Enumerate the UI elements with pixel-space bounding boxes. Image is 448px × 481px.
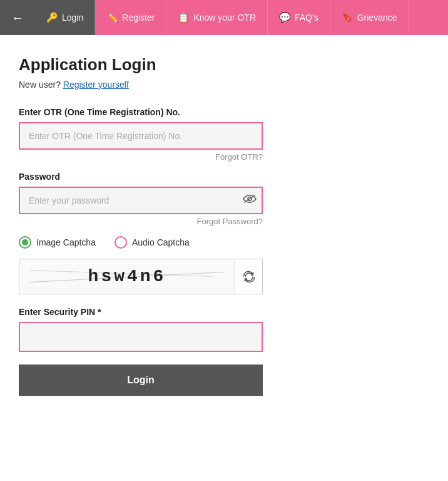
nav-item-know-otr[interactable]: 📋 Know your OTR	[166, 0, 268, 35]
faqs-icon: 💬	[279, 12, 291, 23]
page-title: Application Login	[19, 55, 282, 75]
register-icon: ✏️	[106, 12, 118, 23]
login-icon: 🔑	[46, 12, 58, 23]
captcha-refresh-button[interactable]	[235, 259, 262, 294]
audio-captcha-label: Audio Captcha	[132, 237, 190, 247]
register-link[interactable]: Register yourself	[63, 80, 129, 90]
security-pin-label: Enter Security PIN *	[19, 307, 282, 317]
image-captcha-option[interactable]: Image Captcha	[19, 236, 96, 249]
nav-item-faqs[interactable]: 💬 FAQ's	[268, 0, 330, 35]
new-user-prompt: New user? Register yourself	[19, 80, 282, 90]
toggle-password-icon[interactable]	[243, 194, 257, 207]
otr-input[interactable]	[19, 122, 263, 150]
otr-label: Enter OTR (One Time Registration) No.	[19, 107, 282, 117]
back-button[interactable]: ←	[0, 0, 35, 35]
nav-label-register: Register	[122, 13, 155, 23]
audio-captcha-radio[interactable]	[115, 236, 127, 249]
login-button[interactable]: Login	[19, 365, 263, 396]
nav-item-grievance[interactable]: 🔖 Grievance	[330, 0, 409, 35]
forgot-password-link[interactable]: Forgot Password?	[19, 217, 263, 226]
captcha-image: hsw4n6	[19, 259, 235, 294]
captcha-box: hsw4n6	[19, 259, 263, 294]
captcha-text: hsw4n6	[88, 267, 166, 286]
password-input-wrapper	[19, 187, 263, 214]
back-icon: ←	[11, 11, 24, 25]
image-captcha-label: Image Captcha	[36, 237, 96, 247]
know-otr-icon: 📋	[178, 12, 190, 23]
nav-item-register[interactable]: ✏️ Register	[95, 0, 166, 35]
nav-label-grievance: Grievance	[357, 13, 397, 23]
captcha-options: Image Captcha Audio Captcha	[19, 236, 282, 249]
grievance-icon: 🔖	[342, 12, 354, 23]
password-input[interactable]	[19, 187, 263, 214]
nav-label-know-otr: Know your OTR	[193, 13, 256, 23]
audio-captcha-option[interactable]: Audio Captcha	[115, 236, 190, 249]
nav-item-login[interactable]: 🔑 Login	[35, 0, 95, 35]
password-label: Password	[19, 172, 282, 182]
otr-group: Enter OTR (One Time Registration) No. Fo…	[19, 107, 282, 162]
nav-label-login: Login	[62, 13, 83, 23]
image-captcha-radio[interactable]	[19, 236, 31, 249]
main-content: Application Login New user? Register you…	[0, 35, 300, 415]
forgot-otr-link[interactable]: Forgot OTR?	[19, 152, 263, 162]
security-pin-input[interactable]	[19, 322, 263, 352]
password-group: Password Forgot Password?	[19, 172, 282, 226]
security-pin-group: Enter Security PIN *	[19, 307, 282, 352]
top-navigation: ← 🔑 Login ✏️ Register 📋 Know your OTR 💬 …	[0, 0, 448, 35]
nav-label-faqs: FAQ's	[295, 13, 318, 23]
